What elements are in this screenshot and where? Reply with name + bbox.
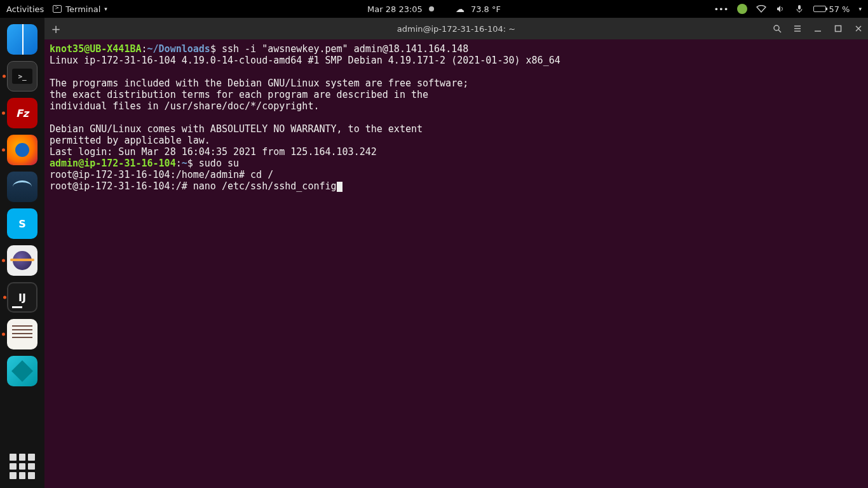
search-button[interactable] — [773, 24, 782, 33]
maximize-button[interactable] — [834, 24, 843, 33]
output-line: The programs included with the Debian GN… — [50, 78, 468, 89]
battery-percent: 57 % — [829, 4, 850, 14]
svg-rect-0 — [798, 5, 801, 10]
chevron-down-icon: ▾ — [104, 6, 107, 12]
dolphin-icon — [13, 180, 32, 193]
window-title: admin@ip-172-31-16-104: ~ — [397, 24, 515, 34]
output-line: Debian GNU/Linux comes with ABSOLUTELY N… — [50, 123, 423, 135]
activities-button[interactable]: Activities — [6, 4, 44, 14]
dock-app-intellij[interactable]: IJ — [7, 282, 37, 313]
skype-icon: S — [18, 218, 26, 230]
running-indicator-icon — [2, 259, 5, 262]
dock-app-terminal[interactable]: >_ — [7, 61, 37, 92]
prompt-path: ~/Downloads — [147, 43, 210, 55]
hamburger-menu-button[interactable] — [793, 24, 802, 33]
prompt-sep: : — [142, 43, 147, 55]
app-menu[interactable]: Terminal ▾ — [53, 4, 107, 14]
dock-app-manager[interactable] — [7, 356, 37, 386]
prompt-symbol: $ — [210, 43, 222, 55]
dock-app-finder[interactable] — [7, 24, 37, 55]
firefox-icon — [15, 143, 29, 157]
terminal-icon — [53, 5, 62, 13]
svg-rect-7 — [836, 26, 841, 32]
eclipse-icon — [13, 251, 32, 270]
running-indicator-icon — [3, 75, 6, 78]
command-text: sudo su — [199, 158, 239, 169]
window-titlebar: + admin@ip-172-31-16-104: ~ — [44, 18, 868, 39]
battery-indicator[interactable]: 57 % — [813, 4, 850, 14]
running-indicator-icon — [3, 296, 6, 299]
prompt-user: admin@ip-172-31-16-104 — [50, 158, 176, 169]
sync-status-icon[interactable] — [737, 4, 747, 14]
dock-app-filezilla[interactable]: Fz — [7, 98, 37, 128]
running-indicator-icon — [2, 333, 5, 336]
prompt-sep: : — [176, 158, 182, 169]
menu-dots-icon[interactable]: ••• — [714, 4, 728, 14]
svg-line-2 — [778, 30, 781, 32]
volume-icon[interactable] — [775, 4, 785, 14]
prompt-symbol: $ — [187, 158, 199, 169]
new-tab-button[interactable]: + — [50, 22, 62, 35]
dock-app-skype[interactable]: S — [7, 208, 37, 239]
cursor-icon — [337, 182, 342, 192]
weather-temp: 73.8 °F — [471, 4, 501, 14]
output-line: Last login: Sun Mar 28 16:04:35 2021 fro… — [50, 146, 377, 158]
dock-app-firefox[interactable] — [7, 135, 37, 165]
dock: >_ Fz S IJ — [0, 18, 44, 488]
app-menu-label: Terminal — [65, 4, 100, 14]
output-line: Linux ip-172-31-16-104 4.19.0-14-cloud-a… — [50, 55, 560, 66]
hexagon-icon — [11, 360, 33, 382]
dock-app-mysql-workbench[interactable] — [7, 172, 37, 202]
command-text: ssh -i "awsnewkey.pem" admin@18.141.164.… — [222, 43, 468, 55]
filezilla-icon: Fz — [16, 107, 29, 119]
output-line: individual files in /usr/share/doc/*/cop… — [50, 100, 319, 112]
intellij-icon: IJ — [18, 292, 26, 304]
minimize-button[interactable] — [813, 24, 822, 33]
running-indicator-icon — [2, 149, 5, 152]
prompt-user: knot35@UB-X441BA — [50, 43, 142, 55]
show-applications-button[interactable] — [10, 454, 35, 479]
terminal-output[interactable]: knot35@UB-X441BA:~/Downloads$ ssh -i "aw… — [44, 39, 868, 488]
notification-dot-icon — [429, 6, 434, 11]
dock-app-eclipse[interactable] — [7, 245, 37, 276]
clock-area[interactable]: Mar 28 23:05 ☁ 73.8 °F — [367, 4, 501, 14]
running-indicator-icon — [2, 112, 5, 115]
output-line: permitted by applicable law. — [50, 135, 210, 146]
prompt-path: ~ — [182, 158, 187, 169]
terminal-icon: >_ — [12, 69, 32, 84]
dock-app-gedit[interactable] — [7, 319, 37, 349]
microphone-icon[interactable] — [794, 4, 804, 14]
system-menu-chevron-icon[interactable]: ▾ — [858, 6, 862, 12]
wifi-icon[interactable] — [756, 4, 766, 14]
weather-icon: ☁ — [456, 4, 465, 14]
close-button[interactable] — [854, 24, 863, 33]
svg-point-1 — [774, 25, 779, 30]
output-line: root@ip-172-31-16-104:/# nano /etc/ssh/s… — [50, 180, 337, 192]
gnome-top-panel: Activities Terminal ▾ Mar 28 23:05 ☁ 73.… — [0, 0, 868, 18]
terminal-window: + admin@ip-172-31-16-104: ~ knot35@UB-X4… — [44, 18, 868, 488]
output-line: root@ip-172-31-16-104:/home/admin# cd / — [50, 169, 273, 180]
battery-icon — [813, 6, 826, 12]
datetime-label: Mar 28 23:05 — [367, 4, 423, 14]
output-line: the exact distribution terms for each pr… — [50, 89, 428, 100]
